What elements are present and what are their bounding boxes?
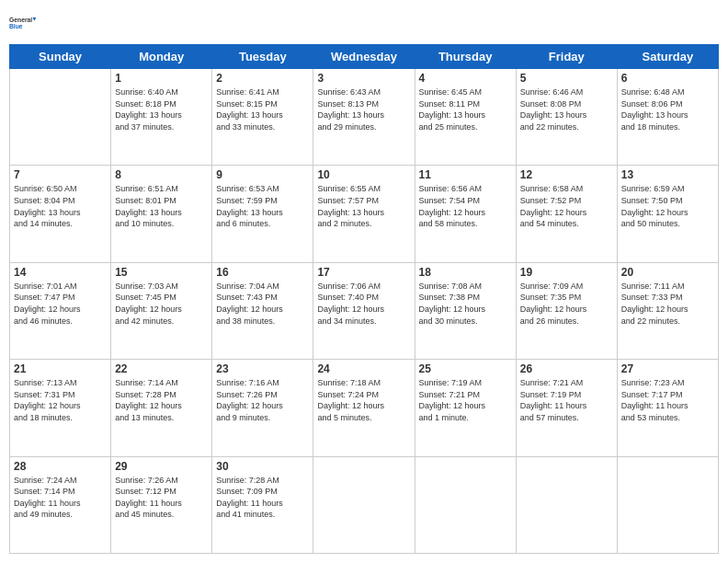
calendar-cell: 2Sunrise: 6:41 AM Sunset: 8:15 PM Daylig… [212, 69, 313, 166]
calendar-cell: 17Sunrise: 7:06 AM Sunset: 7:40 PM Dayli… [313, 262, 415, 359]
cell-info: Sunrise: 7:13 AM Sunset: 7:31 PM Dayligh… [14, 377, 107, 423]
day-number: 30 [216, 460, 309, 473]
calendar-cell: 20Sunrise: 7:11 AM Sunset: 7:33 PM Dayli… [617, 262, 718, 359]
header: GeneralBlue [9, 9, 719, 37]
cell-info: Sunrise: 7:04 AM Sunset: 7:43 PM Dayligh… [216, 281, 309, 327]
day-number: 10 [317, 168, 410, 181]
cell-info: Sunrise: 7:24 AM Sunset: 7:14 PM Dayligh… [14, 475, 107, 521]
cell-info: Sunrise: 6:59 AM Sunset: 7:50 PM Dayligh… [621, 183, 714, 229]
svg-text:Blue: Blue [9, 23, 23, 29]
day-number: 9 [216, 168, 309, 181]
calendar-cell: 26Sunrise: 7:21 AM Sunset: 7:19 PM Dayli… [516, 360, 617, 456]
calendar-cell: 30Sunrise: 7:28 AM Sunset: 7:09 PM Dayli… [212, 456, 313, 553]
cell-info: Sunrise: 7:28 AM Sunset: 7:09 PM Dayligh… [216, 475, 309, 521]
calendar-cell: 12Sunrise: 6:58 AM Sunset: 7:52 PM Dayli… [516, 166, 617, 262]
weekday-header-thursday: Thursday [415, 45, 516, 69]
cell-info: Sunrise: 7:08 AM Sunset: 7:38 PM Dayligh… [419, 281, 512, 327]
svg-marker-2 [33, 17, 37, 21]
calendar-week-row-3: 14Sunrise: 7:01 AM Sunset: 7:47 PM Dayli… [10, 262, 719, 359]
cell-info: Sunrise: 7:09 AM Sunset: 7:35 PM Dayligh… [520, 281, 613, 327]
day-number: 2 [216, 72, 309, 85]
calendar-week-row-5: 28Sunrise: 7:24 AM Sunset: 7:14 PM Dayli… [10, 456, 719, 553]
calendar-cell: 23Sunrise: 7:16 AM Sunset: 7:26 PM Dayli… [212, 360, 313, 456]
cell-info: Sunrise: 6:58 AM Sunset: 7:52 PM Dayligh… [520, 183, 613, 229]
day-number: 6 [621, 72, 714, 85]
calendar-cell [10, 69, 111, 166]
cell-info: Sunrise: 7:01 AM Sunset: 7:47 PM Dayligh… [14, 281, 107, 327]
day-number: 20 [621, 266, 714, 279]
day-number: 1 [115, 72, 208, 85]
calendar-cell: 18Sunrise: 7:08 AM Sunset: 7:38 PM Dayli… [415, 262, 516, 359]
cell-info: Sunrise: 6:55 AM Sunset: 7:57 PM Dayligh… [317, 183, 410, 229]
day-number: 11 [419, 168, 512, 181]
calendar-cell: 15Sunrise: 7:03 AM Sunset: 7:45 PM Dayli… [111, 262, 212, 359]
calendar-cell: 27Sunrise: 7:23 AM Sunset: 7:17 PM Dayli… [617, 360, 718, 456]
day-number: 8 [115, 168, 208, 181]
calendar-cell: 3Sunrise: 6:43 AM Sunset: 8:13 PM Daylig… [313, 69, 415, 166]
cell-info: Sunrise: 6:45 AM Sunset: 8:11 PM Dayligh… [419, 86, 512, 132]
cell-info: Sunrise: 6:53 AM Sunset: 7:59 PM Dayligh… [216, 183, 309, 229]
day-number: 27 [621, 362, 714, 375]
cell-info: Sunrise: 7:06 AM Sunset: 7:40 PM Dayligh… [317, 281, 410, 327]
day-number: 4 [419, 72, 512, 85]
calendar-cell: 10Sunrise: 6:55 AM Sunset: 7:57 PM Dayli… [313, 166, 415, 262]
calendar-cell: 25Sunrise: 7:19 AM Sunset: 7:21 PM Dayli… [415, 360, 516, 456]
cell-info: Sunrise: 6:40 AM Sunset: 8:18 PM Dayligh… [115, 86, 208, 132]
calendar-week-row-4: 21Sunrise: 7:13 AM Sunset: 7:31 PM Dayli… [10, 360, 719, 456]
calendar-cell: 14Sunrise: 7:01 AM Sunset: 7:47 PM Dayli… [10, 262, 111, 359]
cell-info: Sunrise: 7:19 AM Sunset: 7:21 PM Dayligh… [419, 377, 512, 423]
cell-info: Sunrise: 7:18 AM Sunset: 7:24 PM Dayligh… [317, 377, 410, 423]
logo: GeneralBlue [9, 9, 40, 37]
cell-info: Sunrise: 6:56 AM Sunset: 7:54 PM Dayligh… [419, 183, 512, 229]
calendar-table: SundayMondayTuesdayWednesdayThursdayFrid… [9, 44, 719, 554]
day-number: 17 [317, 266, 410, 279]
calendar-cell: 29Sunrise: 7:26 AM Sunset: 7:12 PM Dayli… [111, 456, 212, 553]
day-number: 13 [621, 168, 714, 181]
calendar-cell: 5Sunrise: 6:46 AM Sunset: 8:08 PM Daylig… [516, 69, 617, 166]
calendar-week-row-2: 7Sunrise: 6:50 AM Sunset: 8:04 PM Daylig… [10, 166, 719, 262]
day-number: 16 [216, 266, 309, 279]
calendar-cell [415, 456, 516, 553]
day-number: 14 [14, 266, 107, 279]
calendar-cell: 16Sunrise: 7:04 AM Sunset: 7:43 PM Dayli… [212, 262, 313, 359]
day-number: 15 [115, 266, 208, 279]
day-number: 12 [520, 168, 613, 181]
weekday-header-friday: Friday [516, 45, 617, 69]
cell-info: Sunrise: 6:48 AM Sunset: 8:06 PM Dayligh… [621, 86, 714, 132]
logo-icon: GeneralBlue [9, 9, 37, 37]
calendar-cell: 8Sunrise: 6:51 AM Sunset: 8:01 PM Daylig… [111, 166, 212, 262]
calendar-cell: 7Sunrise: 6:50 AM Sunset: 8:04 PM Daylig… [10, 166, 111, 262]
calendar-cell: 4Sunrise: 6:45 AM Sunset: 8:11 PM Daylig… [415, 69, 516, 166]
cell-info: Sunrise: 6:43 AM Sunset: 8:13 PM Dayligh… [317, 86, 410, 132]
weekday-header-sunday: Sunday [10, 45, 111, 69]
day-number: 29 [115, 460, 208, 473]
calendar-cell: 24Sunrise: 7:18 AM Sunset: 7:24 PM Dayli… [313, 360, 415, 456]
cell-info: Sunrise: 6:50 AM Sunset: 8:04 PM Dayligh… [14, 183, 107, 229]
day-number: 19 [520, 266, 613, 279]
weekday-header-wednesday: Wednesday [313, 45, 415, 69]
calendar-cell: 19Sunrise: 7:09 AM Sunset: 7:35 PM Dayli… [516, 262, 617, 359]
calendar-cell [313, 456, 415, 553]
day-number: 7 [14, 168, 107, 181]
calendar-cell [516, 456, 617, 553]
calendar-cell: 13Sunrise: 6:59 AM Sunset: 7:50 PM Dayli… [617, 166, 718, 262]
weekday-header-tuesday: Tuesday [212, 45, 313, 69]
page: GeneralBlue SundayMondayTuesdayWednesday… [0, 0, 728, 563]
day-number: 23 [216, 362, 309, 375]
day-number: 5 [520, 72, 613, 85]
cell-info: Sunrise: 7:26 AM Sunset: 7:12 PM Dayligh… [115, 475, 208, 521]
cell-info: Sunrise: 7:16 AM Sunset: 7:26 PM Dayligh… [216, 377, 309, 423]
cell-info: Sunrise: 7:23 AM Sunset: 7:17 PM Dayligh… [621, 377, 714, 423]
cell-info: Sunrise: 6:46 AM Sunset: 8:08 PM Dayligh… [520, 86, 613, 132]
cell-info: Sunrise: 7:14 AM Sunset: 7:28 PM Dayligh… [115, 377, 208, 423]
calendar-week-row-1: 1Sunrise: 6:40 AM Sunset: 8:18 PM Daylig… [10, 69, 719, 166]
weekday-header-monday: Monday [111, 45, 212, 69]
day-number: 28 [14, 460, 107, 473]
day-number: 18 [419, 266, 512, 279]
cell-info: Sunrise: 7:21 AM Sunset: 7:19 PM Dayligh… [520, 377, 613, 423]
day-number: 26 [520, 362, 613, 375]
calendar-cell: 28Sunrise: 7:24 AM Sunset: 7:14 PM Dayli… [10, 456, 111, 553]
day-number: 3 [317, 72, 410, 85]
weekday-header-row: SundayMondayTuesdayWednesdayThursdayFrid… [10, 45, 719, 69]
weekday-header-saturday: Saturday [617, 45, 718, 69]
